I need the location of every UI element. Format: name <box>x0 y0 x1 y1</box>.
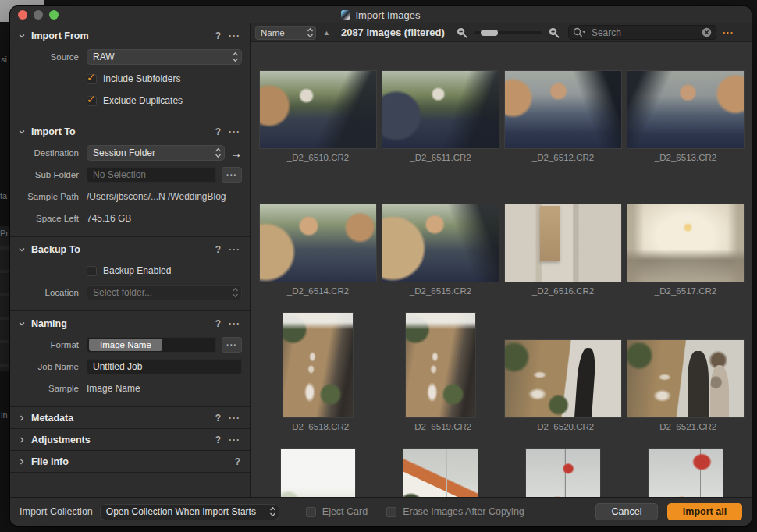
section-metadata-header[interactable]: Metadata ? ··· <box>10 407 250 428</box>
section-import-from-header[interactable]: Import From ? ··· <box>10 25 250 46</box>
thumbnail[interactable] <box>382 204 499 282</box>
thumbnail-cell <box>379 449 502 497</box>
title-bar[interactable]: Import Images <box>10 6 752 23</box>
slider-thumb[interactable] <box>481 30 498 36</box>
zoom-window-button[interactable] <box>49 10 59 20</box>
more-menu-button[interactable]: ··· <box>229 30 240 41</box>
more-menu-button[interactable]: ··· <box>229 126 240 137</box>
sort-by-select[interactable]: Name <box>255 26 316 40</box>
stepper-icon <box>215 147 222 158</box>
destination-select[interactable]: Session Folder <box>87 145 225 161</box>
thumbnail[interactable] <box>406 313 475 417</box>
go-to-folder-arrow-icon[interactable]: → <box>230 147 242 159</box>
format-token[interactable]: Image Name <box>89 339 162 351</box>
chevron-down-icon[interactable] <box>18 246 26 254</box>
chevron-right-icon[interactable] <box>18 436 26 444</box>
app-icon <box>341 10 350 20</box>
thumbnail[interactable] <box>649 449 723 497</box>
help-button[interactable]: ? <box>215 30 221 41</box>
thumbnail[interactable] <box>382 71 499 148</box>
chevron-down-icon[interactable] <box>18 32 26 40</box>
footer-bar: Import Collection Open Collection When I… <box>10 497 752 526</box>
chevron-right-icon[interactable] <box>18 458 26 466</box>
thumbnail-cell: _D2_6513.CR2 <box>624 71 747 164</box>
thumbnail[interactable] <box>505 340 621 417</box>
erase-images-checkbox[interactable] <box>386 507 396 517</box>
zoom-in-icon[interactable] <box>548 27 560 39</box>
sort-direction-button[interactable]: ▲ <box>323 29 330 37</box>
clear-search-icon[interactable] <box>702 27 712 37</box>
space-left-value: 745.16 GB <box>87 213 131 224</box>
more-menu-button[interactable]: ··· <box>229 413 240 424</box>
subfolder-input[interactable]: No Selection <box>87 167 216 183</box>
backup-location-select[interactable]: Select folder... <box>87 285 242 300</box>
thumbnail-filename: _D2_6520.CR2 <box>532 422 594 433</box>
help-button[interactable]: ? <box>235 456 240 467</box>
help-button[interactable]: ? <box>215 413 221 424</box>
minimize-button[interactable] <box>34 10 43 20</box>
sample-value: Image Name <box>87 383 140 394</box>
thumbnail-cell: _D2_6518.CR2 <box>257 313 379 433</box>
thumbnail[interactable] <box>403 449 478 497</box>
thumbnail[interactable] <box>281 449 355 497</box>
chevron-down-icon[interactable] <box>18 128 26 136</box>
thumbnail-filename: _D2_6518.CR2 <box>287 422 349 433</box>
more-menu-button[interactable]: ··· <box>229 244 240 255</box>
thumbnail-filename: _D2_6516.CR2 <box>532 286 594 297</box>
exclude-duplicates-checkbox[interactable]: ✓ <box>87 96 97 106</box>
thumbnail[interactable] <box>627 71 744 148</box>
thumbnail[interactable] <box>505 71 621 148</box>
section-naming-header[interactable]: Naming ? ··· <box>10 313 250 334</box>
eject-card-checkbox[interactable] <box>306 507 316 517</box>
section-metadata: Metadata ? ··· <box>10 407 250 429</box>
thumbnail[interactable] <box>260 71 376 148</box>
include-subfolders-checkbox[interactable]: ✓ <box>87 74 97 84</box>
chevron-right-icon[interactable] <box>18 414 26 422</box>
cancel-button[interactable]: Cancel <box>595 503 658 520</box>
more-menu-button[interactable]: ··· <box>229 434 240 445</box>
help-button[interactable]: ? <box>215 318 221 329</box>
section-backup-to-header[interactable]: Backup To ? ··· <box>10 239 250 260</box>
thumbnail-cell: _D2_6510.CR2 <box>257 71 379 164</box>
section-import-to-header[interactable]: Import To ? ··· <box>10 121 250 142</box>
search-field[interactable] <box>568 25 716 40</box>
format-token-field[interactable]: Image Name <box>87 337 216 353</box>
thumbnail[interactable] <box>627 340 744 417</box>
help-button[interactable]: ? <box>215 244 221 255</box>
thumbnail[interactable] <box>283 313 353 417</box>
help-button[interactable]: ? <box>215 126 221 137</box>
subfolder-browse-button[interactable]: ··· <box>222 167 242 183</box>
search-input[interactable] <box>590 27 702 39</box>
zoom-out-icon[interactable] <box>456 27 468 39</box>
window-title: Import Images <box>355 9 420 21</box>
help-button[interactable]: ? <box>215 434 221 445</box>
section-title: Naming <box>31 318 208 329</box>
thumbnail-filename: _D2_6513.CR2 <box>655 153 716 164</box>
import-all-button[interactable]: Import all <box>667 503 742 520</box>
section-title: Import To <box>31 126 208 137</box>
source-label: Source <box>10 52 79 62</box>
space-left-label: Space Left <box>10 214 79 223</box>
chevron-down-icon[interactable] <box>18 320 26 328</box>
import-collection-select[interactable]: Open Collection When Import Starts <box>100 504 279 520</box>
thumbnail[interactable] <box>526 449 600 497</box>
search-icon <box>573 27 586 37</box>
backup-enabled-checkbox[interactable] <box>87 266 97 276</box>
destination-label: Destination <box>10 148 79 158</box>
section-adjustments-header[interactable]: Adjustments ? ··· <box>10 429 250 450</box>
more-menu-button[interactable]: ··· <box>229 318 240 329</box>
location-label: Location <box>10 288 79 297</box>
destination-value: Session Folder <box>93 147 211 158</box>
format-edit-button[interactable]: ··· <box>222 337 242 353</box>
section-file-info-header[interactable]: File Info ? <box>10 451 250 472</box>
thumbnail[interactable] <box>260 204 376 282</box>
job-name-input[interactable]: Untitled Job <box>87 359 242 374</box>
close-button[interactable] <box>18 10 27 20</box>
thumbnail[interactable] <box>627 204 744 282</box>
background-text-fragment: in <box>1 410 8 420</box>
background-text-fragment: ta <box>0 191 7 200</box>
thumbnail[interactable] <box>505 204 621 282</box>
thumbnail-size-slider[interactable] <box>474 31 542 34</box>
search-options-button[interactable]: ··· <box>723 27 734 38</box>
source-select[interactable]: RAW <box>87 49 242 65</box>
